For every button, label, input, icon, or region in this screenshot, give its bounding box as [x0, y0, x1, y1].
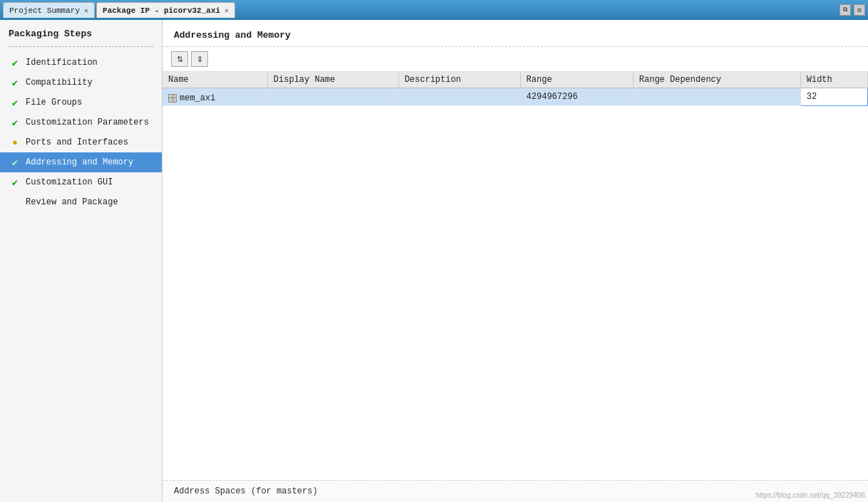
check-icon-addressing: ✔ — [9, 156, 21, 169]
title-bar: Project Summary ✕ Package IP - picorv32_… — [0, 0, 868, 20]
cell-range[interactable]: 4294967296 — [520, 88, 633, 106]
cell-name[interactable]: mem_axi — [162, 88, 267, 106]
cell-width[interactable]: 32 — [800, 88, 867, 106]
sidebar-item-file-groups[interactable]: ✔ File Groups — [0, 93, 162, 113]
row-icon-name: mem_axi — [168, 93, 215, 103]
address-table-container: Name Display Name Description Range Rang… — [162, 72, 868, 480]
maximize-icon[interactable]: ⊡ — [854, 4, 865, 16]
sidebar-item-compatibility[interactable]: ✔ Compatibility — [0, 73, 162, 93]
cell-display-name[interactable] — [267, 88, 398, 106]
check-icon-compatibility: ✔ — [9, 76, 21, 89]
warning-icon-ports: ● — [9, 136, 21, 149]
check-icon-identification: ✔ — [9, 56, 21, 69]
sidebar-divider — [9, 46, 153, 47]
table-body: mem_axi 4294967296 32 — [162, 88, 868, 106]
tab-project-summary[interactable]: Project Summary ✕ — [3, 2, 95, 18]
sidebar-item-ports-and-interfaces[interactable]: ● Ports and Interfaces — [0, 132, 162, 152]
sidebar-item-addressing-and-memory[interactable]: ✔ Addressing and Memory — [0, 152, 162, 172]
tab-close-project-summary[interactable]: ✕ — [84, 6, 88, 15]
col-header-description: Description — [398, 72, 520, 88]
check-icon-customization-gui: ✔ — [9, 176, 21, 189]
sidebar-item-review-and-package[interactable]: Review and Package — [0, 192, 162, 212]
watermark: https://blog.csdn.net/qq_39229406 — [756, 491, 865, 499]
sidebar-item-customization-parameters[interactable]: ✔ Customization Parameters — [0, 113, 162, 132]
sidebar-item-identification[interactable]: ✔ Identification — [0, 53, 162, 73]
col-header-name: Name — [162, 72, 267, 88]
cell-range-dependency[interactable] — [633, 88, 800, 106]
check-icon-customization-parameters: ✔ — [9, 116, 21, 129]
address-table: Name Display Name Description Range Rang… — [162, 72, 868, 106]
cell-description[interactable] — [398, 88, 520, 106]
col-header-range-dependency: Range Dependency — [633, 72, 800, 88]
status-icon-review — [9, 196, 21, 209]
content-title: Addressing and Memory — [162, 20, 868, 47]
sidebar-item-customization-gui[interactable]: ✔ Customization GUI — [0, 172, 162, 192]
sidebar-title: Packaging Steps — [0, 28, 162, 46]
tab-package-ip[interactable]: Package IP - picorv32_axi ✕ — [96, 2, 235, 18]
expand-all-button[interactable]: ⇕ — [191, 51, 208, 67]
restore-icon[interactable]: ⧉ — [839, 4, 851, 16]
sidebar: Packaging Steps ✔ Identification ✔ Compa… — [0, 20, 162, 502]
table-header: Name Display Name Description Range Rang… — [162, 72, 868, 88]
main-container: Packaging Steps ✔ Identification ✔ Compa… — [0, 20, 868, 502]
content-area: Addressing and Memory ⇅ ⇕ Name Display N… — [162, 20, 868, 502]
tab-close-package-ip[interactable]: ✕ — [224, 6, 229, 15]
table-row[interactable]: mem_axi 4294967296 32 — [162, 88, 868, 106]
window-controls: ⧉ ⊡ — [839, 4, 865, 16]
col-header-display-name: Display Name — [267, 72, 398, 88]
col-header-range: Range — [520, 72, 633, 88]
grid-icon — [168, 94, 177, 103]
bottom-label: Address Spaces (for masters) — [174, 486, 318, 496]
col-header-width: Width — [800, 72, 867, 88]
check-icon-file-groups: ✔ — [9, 96, 21, 109]
collapse-all-button[interactable]: ⇅ — [171, 51, 188, 67]
toolbar: ⇅ ⇕ — [162, 47, 868, 72]
